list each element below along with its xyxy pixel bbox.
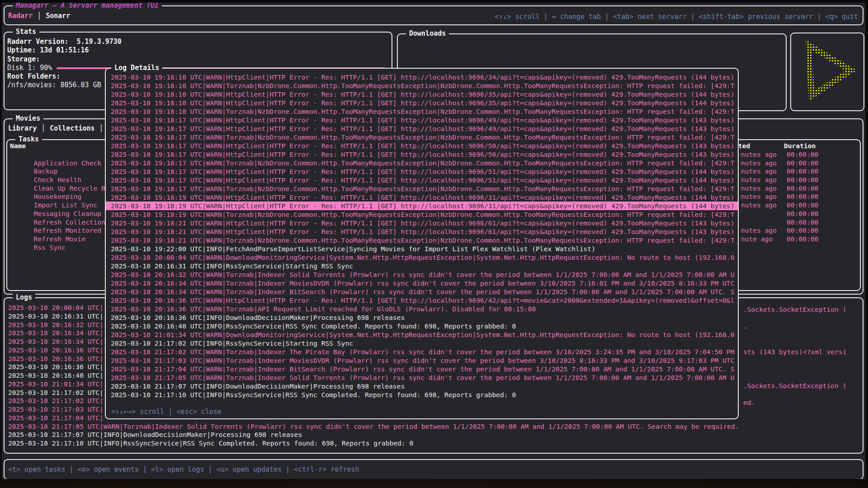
column-header-duration: Duration <box>784 142 816 150</box>
log-detail-line[interactable]: 2025-03-10 19:18:21 UTC|WARN|HttpClient|… <box>106 219 738 227</box>
tab-separator: │ <box>37 12 41 20</box>
log-detail-line[interactable]: 2025-03-10 20:16:36 UTC|WARN|Torznab|API… <box>106 305 738 313</box>
log-fragment: . <box>743 322 747 331</box>
log-detail-line[interactable]: 2025-03-10 21:17:10 UTC|INFO|RssSyncServ… <box>106 390 738 399</box>
tab-separator: │ <box>41 124 45 132</box>
tab-library[interactable]: Library <box>8 124 37 132</box>
bottombar-panel: <t> open tasks | <e> open events | <l> o… <box>4 459 863 480</box>
log-detail-line[interactable]: 2025-03-10 21:01:34 UTC|WARN|DownloadMon… <box>106 330 738 339</box>
log-detail-line[interactable]: 2025-03-10 19:18:10 UTC|WARN|Torznab|Nzb… <box>106 81 738 90</box>
log-detail-line[interactable]: 2025-03-10 20:16:32 UTC|WARN|Torznab|Ind… <box>106 270 738 279</box>
task-duration: 00:00:00 <box>787 210 818 218</box>
task-last-executed: nutes ago <box>741 176 777 184</box>
tab-collections[interactable]: Collections <box>50 124 94 132</box>
task-last-executed: nutes ago <box>741 192 777 201</box>
stats-title: Stats <box>13 27 39 37</box>
log-detail-line[interactable]: 2025-03-10 20:00:04 UTC|WARN|DownloadMon… <box>106 253 738 262</box>
column-header-executed: ted <box>738 142 750 150</box>
task-duration: 00:00:00 <box>787 235 818 244</box>
tab-radarr[interactable]: Radarr <box>8 12 33 20</box>
log-fragment: sts (143 bytes)<?xml versi <box>743 348 846 357</box>
movies-tabs: Library │ Collections │ <box>8 124 104 132</box>
task-last-executed: nute ago <box>741 235 773 244</box>
bottombar-keybind-hints: <t> open tasks | <e> open events | <l> o… <box>8 465 359 474</box>
log-detail-line[interactable]: 2025-03-10 19:18:10 UTC|WARN|HttpClient|… <box>106 90 738 99</box>
log-entry[interactable]: 2025-03-10 21:17:07 UTC|INFO|DownloadDec… <box>8 431 860 439</box>
storage-label: Storage: <box>7 55 389 64</box>
log-detail-line[interactable]: 2025-03-10 19:18:17 UTC|WARN|Torznab|Nzb… <box>106 184 738 193</box>
log-detail-line[interactable]: 2025-03-10 19:18:19 UTC|WARN|Torznab|Nzb… <box>106 210 738 219</box>
task-duration: 00:00:00 <box>787 226 818 235</box>
window-margin-right <box>865 0 868 480</box>
task-last-executed: nutes ago <box>741 226 777 235</box>
log-detail-line[interactable]: 2025-03-10 20:16:40 UTC|INFO|RssSyncServ… <box>106 322 738 330</box>
logs-title: Logs <box>13 293 35 302</box>
log-detail-line[interactable]: 2025-03-10 21:17:02 UTC|WARN|Torznab|Ind… <box>106 347 738 356</box>
log-detail-line[interactable]: 2025-03-10 19:18:17 UTC|WARN|Torznab|Nzb… <box>106 159 738 167</box>
task-duration: 00:00:00 <box>787 176 818 184</box>
log-detail-line[interactable]: 2025-03-10 19:18:17 UTC|WARN|HttpClient|… <box>106 176 738 184</box>
log-detail-line[interactable]: 2025-03-10 19:18:17 UTC|WARN|HttpClient|… <box>106 116 738 124</box>
task-duration: 00:00:00 <box>787 167 818 176</box>
log-detail-line[interactable]: 2025-03-10 21:17:04 UTC|WARN|Torznab|Ind… <box>106 365 738 373</box>
log-details-list[interactable]: 2025-03-10 19:18:10 UTC|WARN|HttpClient|… <box>106 73 738 399</box>
log-detail-line[interactable]: 2025-03-10 19:18:10 UTC|WARN|Torznab|Nzb… <box>106 107 738 116</box>
log-fragment: .Sockets.SocketException ( <box>743 382 846 390</box>
uptime: Uptime: 13d 01:51:16 <box>7 46 389 55</box>
log-detail-line[interactable]: 2025-03-10 21:17:03 UTC|WARN|Torznab|Ind… <box>106 356 738 365</box>
task-last-executed: nutes ago <box>741 167 777 176</box>
logo-panel <box>790 33 864 111</box>
servarr-tabs: Radarr │ Sonarr <box>8 12 70 20</box>
log-detail-line[interactable]: 2025-03-10 21:17:02 UTC|INFO|RssSyncServ… <box>106 339 738 347</box>
task-duration: 00:00:00 <box>787 159 818 168</box>
column-header-name: Name <box>10 142 26 150</box>
log-entry[interactable]: 2025-03-10 21:17:05 UTC|WARN|Torznab|Ind… <box>8 422 860 431</box>
log-detail-line-selected[interactable]: 2025-03-10 19:18:19 UTC|WARN|HttpClient|… <box>106 202 738 210</box>
task-name: Rss Sync <box>34 244 66 251</box>
task-duration: 00:00:00 <box>787 184 818 193</box>
log-detail-line[interactable]: 2025-03-10 19:18:17 UTC|WARN|Torznab|Nzb… <box>106 133 738 141</box>
task-last-executed: nutes ago <box>741 184 777 193</box>
tab-separator: │ <box>99 124 104 132</box>
log-detail-line[interactable]: 2025-03-10 21:17:05 UTC|WARN|Torznab|Ind… <box>106 373 738 382</box>
radarr-version: Radarr Version: 5.19.3.9730 <box>7 38 389 46</box>
log-detail-line[interactable]: 2025-03-10 19:22:00 UTC|INFO|FetchAndPar… <box>106 244 738 253</box>
log-detail-line[interactable]: 2025-03-10 19:18:19 UTC|WARN|HttpClient|… <box>106 193 738 202</box>
log-detail-line[interactable]: 2025-03-10 20:16:36 UTC|WARN|HttpClient|… <box>106 296 738 305</box>
log-detail-line[interactable]: 2025-03-10 20:16:34 UTC|WARN|Torznab|Ind… <box>106 279 738 287</box>
log-fragment: ed. <box>743 399 755 407</box>
log-detail-line[interactable]: 2025-03-10 19:18:17 UTC|WARN|HttpClient|… <box>106 124 738 133</box>
log-detail-line[interactable]: 2025-03-10 21:17:07 UTC|INFO|DownloadDec… <box>106 382 738 390</box>
log-detail-line[interactable]: 2025-03-10 19:18:17 UTC|WARN|HttpClient|… <box>106 167 738 176</box>
task-last-executed: nutes ago <box>741 150 777 159</box>
log-detail-line[interactable]: 2025-03-10 20:16:36 UTC|INFO|DownloadDec… <box>106 313 738 322</box>
task-duration: 00:00:00 <box>787 201 818 210</box>
disk-usage-label: Disk 1: 90% <box>7 64 52 72</box>
task-duration: 00:00:00 <box>787 150 818 159</box>
task-last-executed: nutes ago <box>741 201 777 210</box>
tab-sonarr[interactable]: Sonarr <box>46 12 70 20</box>
movies-title: Movies <box>13 114 43 123</box>
log-detail-line[interactable]: 2025-03-10 20:16:31 UTC|INFO|RssSyncServ… <box>106 262 738 270</box>
topbar-keybind-hints: <↑↓> scroll | ↔ change tab | <tab> next … <box>495 13 858 21</box>
log-detail-line[interactable]: 2025-03-10 19:18:10 UTC|WARN|HttpClient|… <box>106 99 738 107</box>
log-details-modal: Log Details 2025-03-10 19:18:10 UTC|WARN… <box>105 68 739 419</box>
task-duration: 00:00:00 <box>787 218 818 227</box>
log-detail-line[interactable]: 2025-03-10 20:16:34 UTC|WARN|Torznab|Ind… <box>106 287 738 296</box>
log-fragment: .Sockets.SocketException ( <box>743 305 846 314</box>
log-detail-line[interactable]: 2025-03-10 19:18:21 UTC|WARN|HttpClient|… <box>106 227 738 236</box>
topbar-panel: Managarr – A Servarr management TUI Rada… <box>4 5 863 25</box>
radarr-play-logo-icon <box>796 38 859 106</box>
log-detail-line[interactable]: 2025-03-10 19:18:10 UTC|WARN|HttpClient|… <box>106 73 738 81</box>
task-last-executed: nutes ago <box>741 159 777 168</box>
log-detail-line[interactable]: 2025-03-10 19:18:17 UTC|WARN|HttpClient|… <box>106 150 738 159</box>
downloads-title: Downloads <box>406 29 449 38</box>
window-margin-left <box>0 0 2 480</box>
log-detail-line[interactable]: 2025-03-10 19:18:17 UTC|WARN|HttpClient|… <box>106 141 738 150</box>
modal-keybind-hints: <↑↓←→> scroll | <esc> close <box>111 408 222 416</box>
log-entry[interactable]: 2025-03-10 21:17:10 UTC|INFO|RssSyncServ… <box>8 439 860 448</box>
task-duration: 00:00:00 <box>787 192 818 201</box>
log-detail-line[interactable]: 2025-03-10 19:18:21 UTC|WARN|Torznab|Nzb… <box>106 236 738 244</box>
modal-title: Log Details <box>111 63 162 73</box>
window-margin-top <box>0 0 868 3</box>
